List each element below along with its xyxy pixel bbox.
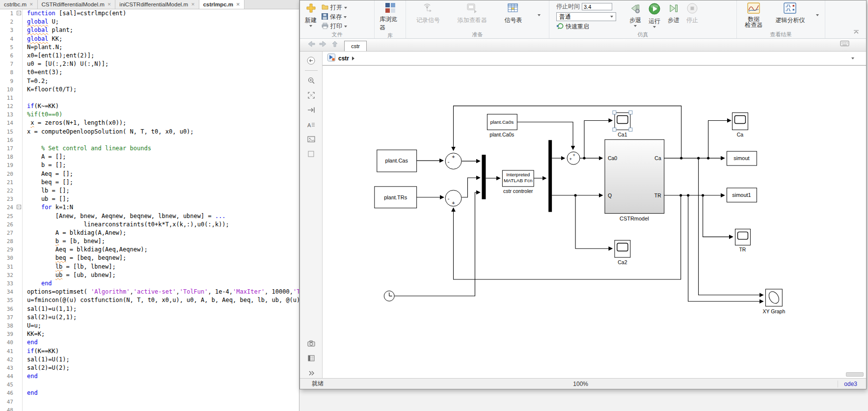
update-diagram-icon[interactable] (306, 105, 317, 115)
code-line[interactable]: 18 A = []; (0, 153, 299, 161)
block-scope-ca1[interactable]: Ca1 (613, 111, 632, 138)
code-line[interactable]: 24− for k=1:N (0, 203, 299, 212)
code-line[interactable]: 23 ub = []; (0, 195, 299, 203)
block-scope-ca[interactable]: Ca (732, 113, 748, 138)
tab-close-icon[interactable]: ✕ (236, 2, 240, 7)
code-line[interactable]: 3global plant; (0, 26, 299, 34)
block-plant-trs[interactable]: plant.TRs (375, 187, 417, 208)
editor-tab-CSTRdifferentialModel.m[interactable]: CSTRdifferentialModel.m✕ (38, 0, 116, 9)
code-line[interactable]: 1−function [sal]=cstrlmpc(ent) (0, 9, 299, 18)
signal-table-button[interactable]: 信号表 (502, 2, 524, 25)
code-line[interactable]: 9T=0.2; (0, 77, 299, 85)
editor-tab-cstrlmpc.m[interactable]: cstrlmpc.m✕ (199, 0, 244, 9)
code-line[interactable]: 45 (0, 381, 299, 389)
block-cstrmodel[interactable]: Ca0 Q Ca TR CSTRmodel (605, 139, 664, 221)
nav-up-icon[interactable] (330, 40, 339, 50)
code-line[interactable]: 32 ub = [ub, ubnew]; (0, 271, 299, 279)
results-gallery-caret[interactable] (816, 14, 819, 16)
step-back-button[interactable]: 步退 (624, 2, 643, 27)
block-sum-tr-error[interactable]: - + (445, 190, 461, 206)
code-line[interactable]: 13%if(t0==0) (0, 110, 299, 119)
code-line[interactable]: 25 [Anew, bnew, Aeqnew, beqnew, lbnew, u… (0, 212, 299, 220)
editor-tab-iniCSTRdifferentialModel.m[interactable]: iniCSTRdifferentialModel.m✕ (115, 0, 199, 9)
code-line[interactable]: 40end (0, 338, 299, 347)
tab-close-icon[interactable]: ✕ (29, 2, 33, 7)
canvas-scroll-corner[interactable] (846, 372, 864, 377)
breadcrumb-dropdown-caret[interactable] (851, 57, 854, 59)
code-line[interactable]: 43sal(2)=U(2); (0, 364, 299, 372)
block-plant-cas[interactable]: plant.Cas (377, 150, 417, 172)
code-line[interactable]: 14 x = zeros(N+1, length(x0)); (0, 119, 299, 127)
save-button[interactable]: 保存 (322, 13, 347, 21)
status-solver[interactable]: ode3 (838, 381, 862, 387)
save-dropdown-caret[interactable] (344, 16, 347, 18)
prepare-gallery-caret[interactable] (538, 14, 541, 16)
code-line[interactable]: 29 Aeq = blkdiag(Aeq,Aeqnew); (0, 246, 299, 254)
block-scope-ca2[interactable]: Ca2 (615, 240, 630, 265)
code-line[interactable]: 4global KK; (0, 35, 299, 43)
code-area[interactable]: 1−function [sal]=cstrlmpc(ent)2global U;… (0, 9, 299, 411)
image-icon[interactable] (306, 135, 317, 144)
model-tab-cstr[interactable]: cstr (344, 41, 367, 51)
area-box-icon[interactable] (306, 149, 317, 159)
code-line[interactable]: 37sal(2)=u(2,1); (0, 313, 299, 322)
fast-restart-button[interactable]: 快速重启 (556, 23, 616, 31)
code-line[interactable]: 7u0 = [U(:,2:N) U(:,N)]; (0, 60, 299, 68)
wire[interactable] (699, 158, 763, 295)
code-line[interactable]: 46end (0, 389, 299, 397)
run-caret[interactable] (653, 26, 656, 28)
code-line[interactable]: 48 (0, 406, 299, 411)
more-tools-icon[interactable] (306, 368, 317, 378)
annotation-icon[interactable]: A (306, 120, 317, 130)
code-line[interactable]: 42sal(1)=U(1); (0, 356, 299, 364)
block-clock[interactable] (384, 291, 394, 301)
simulation-mode-select[interactable]: 普通 (556, 12, 616, 21)
code-line[interactable]: 34options=optimset( 'Algorithm','active-… (0, 288, 299, 296)
wire[interactable] (461, 178, 480, 197)
code-line[interactable]: 36sal(1)=u(1,1); (0, 305, 299, 313)
zoom-icon[interactable] (306, 76, 317, 85)
new-button[interactable]: 新建 (303, 2, 319, 27)
nav-back-icon[interactable] (307, 40, 316, 50)
code-line[interactable]: 16 (0, 136, 299, 144)
print-button[interactable]: 打印 (322, 22, 347, 30)
code-line[interactable]: 21 beq = []; (0, 178, 299, 187)
code-line[interactable]: 12if(K~=KK) (0, 102, 299, 110)
breadcrumb-model-cstr[interactable]: cstr (338, 55, 349, 62)
block-plant-ca0s[interactable]: plant.Ca0s plant.Ca0s (487, 114, 517, 138)
code-line[interactable]: 11 (0, 94, 299, 102)
model-canvas[interactable]: plant.Cas plant.TRs plant.Ca0s plant.Ca0… (323, 65, 866, 378)
code-line[interactable]: 20 Aeq = []; (0, 170, 299, 178)
logic-analyzer-button[interactable]: 逻辑分析仪 (773, 2, 807, 25)
code-line[interactable]: 8t0=ent(3); (0, 68, 299, 77)
code-line[interactable]: 6x0=[ent(1);ent(2)]; (0, 52, 299, 60)
library-browser-button[interactable]: 库浏览器 (378, 2, 403, 32)
run-button[interactable]: 运行 (646, 2, 663, 28)
code-line[interactable]: 31 lb = [lb, lbnew]; (0, 263, 299, 271)
fold-gutter[interactable]: − (16, 203, 23, 212)
ribbon-collapse-button[interactable] (853, 27, 866, 38)
code-line[interactable]: 30 beq = [beq, beqnew]; (0, 254, 299, 262)
code-line[interactable]: 41if(K==KK) (0, 347, 299, 356)
open-button[interactable]: 打开 (322, 3, 347, 12)
print-dropdown-caret[interactable] (344, 26, 347, 27)
wire[interactable] (688, 195, 763, 301)
code-line[interactable]: 39KK=K; (0, 330, 299, 338)
code-line[interactable]: 19 b = []; (0, 161, 299, 169)
block-cstr-controller[interactable]: Interpreted MATLAB Fcn cstr controler (502, 170, 534, 194)
new-dropdown-caret[interactable] (309, 25, 312, 27)
open-dropdown-caret[interactable] (344, 7, 347, 9)
code-line[interactable]: 17 % Set control and linear bounds (0, 144, 299, 153)
code-line[interactable]: 33 end (0, 279, 299, 288)
code-line[interactable]: 47 (0, 398, 299, 406)
block-simout[interactable]: simout (727, 151, 757, 165)
nav-forward-icon[interactable] (319, 40, 327, 50)
code-line[interactable]: 2global U; (0, 18, 299, 26)
code-line[interactable]: 27 A = blkdiag(A,Anew); (0, 229, 299, 237)
code-line[interactable]: 26 linearconstraints(t0+k*T,x(k,:),u0(:,… (0, 220, 299, 229)
code-line[interactable]: 38U=u; (0, 322, 299, 330)
block-sum-ca0[interactable]: + + (567, 152, 580, 164)
code-line[interactable]: 5N=plant.N; (0, 43, 299, 52)
step-forward-button[interactable]: 步进 (666, 2, 681, 25)
block-demux[interactable] (548, 140, 552, 212)
